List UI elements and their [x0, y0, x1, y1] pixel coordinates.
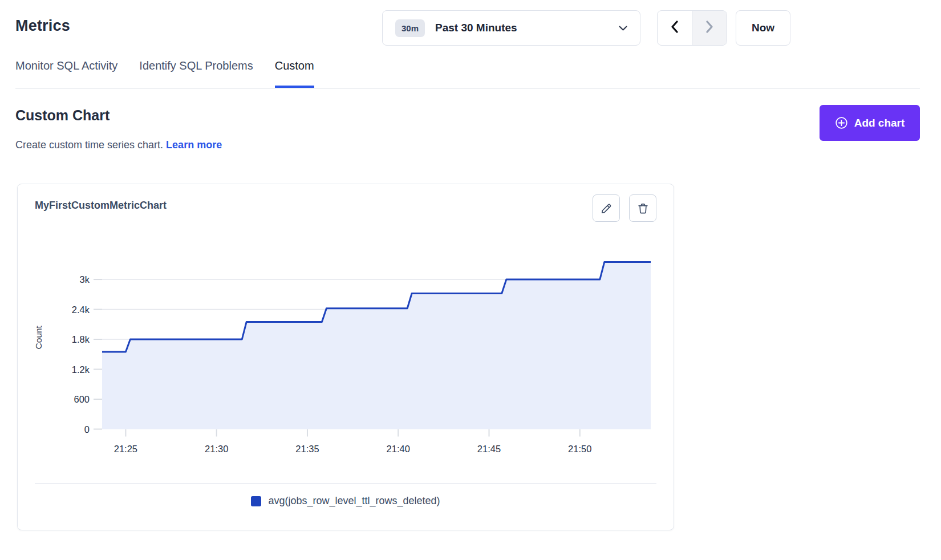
- prev-time-button[interactable]: [658, 11, 692, 45]
- description-text: Create custom time series chart.: [15, 139, 163, 151]
- add-chart-label: Add chart: [854, 117, 905, 129]
- chevron-right-icon: [705, 21, 713, 35]
- svg-text:21:50: 21:50: [568, 444, 591, 454]
- now-button[interactable]: Now: [736, 10, 790, 46]
- svg-text:1.2k: 1.2k: [72, 364, 90, 375]
- legend-divider: [35, 483, 656, 484]
- chevron-down-icon: [619, 23, 627, 33]
- metrics-page: Metrics 30m Past 30 Minutes Now Monitor …: [0, 0, 941, 560]
- section-description: Create custom time series chart. Learn m…: [15, 139, 222, 151]
- time-range-label: Past 30 Minutes: [435, 22, 619, 34]
- svg-text:21:40: 21:40: [387, 444, 410, 454]
- add-chart-button[interactable]: Add chart: [820, 105, 920, 141]
- tab-monitor-sql-activity[interactable]: Monitor SQL Activity: [15, 59, 117, 88]
- time-range-dropdown[interactable]: 30m Past 30 Minutes: [382, 10, 640, 46]
- svg-text:2.4k: 2.4k: [72, 305, 90, 315]
- svg-text:0: 0: [84, 424, 90, 435]
- time-range-badge: 30m: [395, 19, 425, 37]
- svg-text:Count: Count: [34, 325, 43, 349]
- custom-chart-card: MyFirstCustomMetricChart 06001.2k1.8k2.4…: [17, 184, 674, 530]
- page-title: Metrics: [15, 17, 70, 35]
- plus-circle-icon: [835, 116, 848, 129]
- metrics-tabs: Monitor SQL Activity Identify SQL Proble…: [15, 59, 314, 88]
- svg-text:21:35: 21:35: [295, 444, 319, 454]
- svg-text:21:30: 21:30: [205, 444, 228, 454]
- svg-text:1.8k: 1.8k: [72, 334, 90, 344]
- tab-identify-sql-problems[interactable]: Identify SQL Problems: [139, 59, 253, 88]
- next-time-button[interactable]: [692, 11, 727, 45]
- chart-legend[interactable]: avg(jobs_row_level_ttl_rows_deleted): [18, 495, 674, 507]
- learn-more-link[interactable]: Learn more: [166, 139, 222, 151]
- section-heading: Custom Chart: [15, 107, 109, 124]
- legend-swatch: [251, 496, 261, 506]
- tabs-divider: [15, 88, 920, 88]
- legend-label: avg(jobs_row_level_ttl_rows_deleted): [268, 495, 440, 507]
- svg-text:600: 600: [74, 394, 90, 404]
- svg-text:21:45: 21:45: [477, 444, 501, 454]
- custom-chart-plot: 06001.2k1.8k2.4k3k21:2521:3021:3521:4021…: [18, 184, 675, 469]
- chevron-left-icon: [671, 21, 679, 35]
- tab-custom[interactable]: Custom: [275, 59, 314, 88]
- svg-text:21:25: 21:25: [114, 444, 137, 454]
- time-nav-group: [657, 10, 727, 46]
- svg-text:3k: 3k: [80, 274, 90, 285]
